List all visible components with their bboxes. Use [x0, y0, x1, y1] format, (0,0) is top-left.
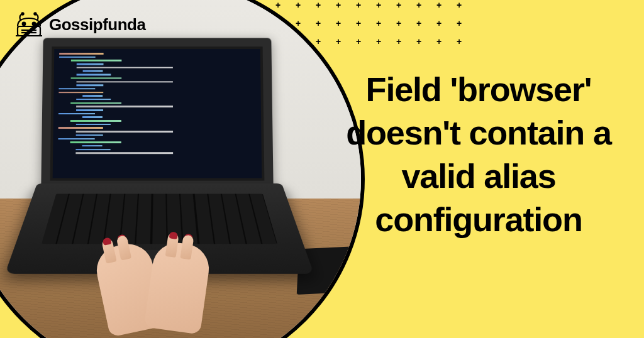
svg-point-4 [33, 23, 36, 26]
brand-logo: Gossipfunda [14, 11, 145, 38]
svg-point-0 [21, 13, 23, 14]
svg-point-1 [34, 13, 36, 14]
laptop-coding-scene [0, 0, 361, 338]
hero-image-circle [0, 0, 365, 338]
robot-icon [14, 11, 44, 38]
svg-point-3 [23, 23, 26, 26]
brand-name: Gossipfunda [49, 15, 145, 35]
headline-text: Field 'browser' doesn't contain a valid … [343, 68, 614, 241]
article-headline: Field 'browser' doesn't contain a valid … [343, 68, 614, 241]
laptop-illustration [37, 37, 282, 313]
svg-rect-2 [18, 26, 40, 36]
